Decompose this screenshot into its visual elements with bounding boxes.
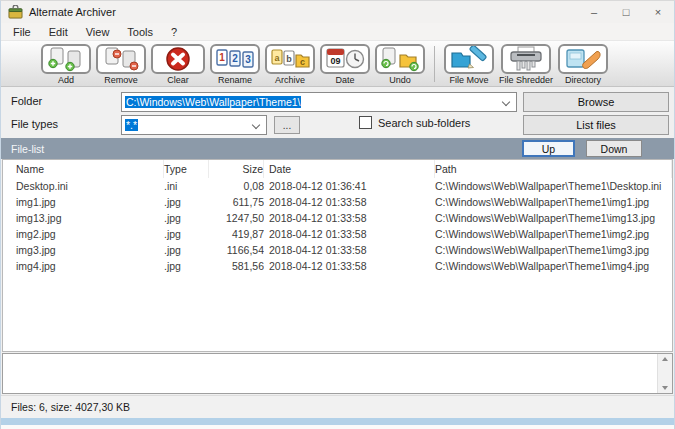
file-list-title: File-list (11, 143, 44, 155)
window-bottom-edge (1, 425, 674, 429)
browse-button[interactable]: Browse (523, 92, 669, 112)
chevron-down-icon[interactable] (253, 122, 260, 129)
cell-date: 2018-04-12 01:33:58 (264, 212, 435, 224)
scroll-up-icon[interactable] (662, 357, 668, 361)
status-text: Files: 6, size: 4027,30 KB (11, 401, 130, 413)
up-button[interactable]: Up (522, 140, 575, 157)
add-files-icon (41, 44, 91, 74)
file-list-bar: File-list Up Down (1, 138, 674, 159)
search-subfolders-checkbox[interactable]: Search sub-folders (359, 116, 470, 129)
remove-button[interactable]: Remove (96, 44, 146, 85)
cell-type: .jpg (164, 244, 209, 256)
title-bar: Alternate Archiver – □ × (1, 1, 674, 23)
cell-path: C:\Windows\Web\Wallpaper\Theme1\img13.jp… (435, 212, 672, 224)
filetypes-value: *.* (125, 119, 138, 131)
table-row[interactable]: Desktop.ini.ini0,082018-04-12 01:36:41C:… (3, 178, 672, 194)
close-icon[interactable]: × (642, 1, 674, 23)
table-row[interactable]: img4.jpg.jpg581,562018-04-12 01:33:58C:\… (3, 258, 672, 274)
cell-date: 2018-04-12 01:33:58 (264, 196, 435, 208)
list-files-button-label: List files (576, 119, 616, 131)
directory-icon (558, 44, 608, 74)
alternate-archiver-window: Alternate Archiver – □ × FileEditViewToo… (0, 0, 675, 429)
table-row[interactable]: img1.jpg.jpg611,752018-04-12 01:33:58C:\… (3, 194, 672, 210)
cell-date: 2018-04-12 01:33:58 (264, 260, 435, 272)
cell-name: img2.jpg (16, 228, 164, 240)
archive-icon: a b c (265, 44, 315, 74)
undo-icon (375, 44, 425, 74)
undo-button-label: Undo (389, 75, 411, 85)
directory-button[interactable]: Directory (558, 44, 608, 85)
file-table[interactable]: Name Type Size Date Path Desktop.ini.ini… (2, 159, 673, 352)
menu-item-help[interactable]: ? (162, 25, 186, 39)
clear-icon (151, 44, 205, 74)
menu-item-view[interactable]: View (77, 25, 119, 39)
cell-size: 1166,54 (209, 244, 264, 256)
cell-name: img1.jpg (16, 196, 164, 208)
archive-button[interactable]: a b c Archive (265, 44, 315, 85)
toolbar: Add Remove Cle (1, 40, 674, 87)
cell-date: 2018-04-12 01:36:41 (264, 180, 435, 192)
filetypes-input[interactable]: *.* (121, 115, 267, 135)
column-header-name[interactable]: Name (16, 160, 164, 178)
cell-size: 419,87 (209, 228, 264, 240)
cell-size: 0,08 (209, 180, 264, 192)
undo-button[interactable]: Undo (375, 44, 425, 85)
cell-type: .jpg (164, 260, 209, 272)
cell-name: Desktop.ini (16, 180, 164, 192)
cell-path: C:\Windows\Web\Wallpaper\Theme1\Desktop.… (435, 180, 672, 192)
date-button-label: Date (335, 75, 354, 85)
list-files-button[interactable]: List files (523, 115, 669, 135)
cell-name: img13.jpg (16, 212, 164, 224)
status-bar: Files: 6, size: 4027,30 KB (1, 395, 674, 418)
chevron-down-icon[interactable] (503, 99, 510, 106)
date-button[interactable]: 09 Date (320, 44, 370, 85)
folder-value: C:\Windows\Web\Wallpaper\Theme1\ (125, 96, 301, 108)
filetypes-label: File types (11, 118, 58, 130)
folder-input[interactable]: C:\Windows\Web\Wallpaper\Theme1\ (121, 92, 517, 112)
cell-path: C:\Windows\Web\Wallpaper\Theme1\img2.jpg (435, 228, 672, 240)
cell-type: .ini (164, 180, 209, 192)
column-header-path[interactable]: Path (435, 160, 672, 178)
file-shredder-button[interactable]: File Shredder (499, 44, 553, 85)
checkbox-icon[interactable] (359, 116, 372, 129)
minimize-icon[interactable]: – (578, 1, 610, 23)
file-table-header: Name Type Size Date Path (3, 160, 672, 178)
scroll-down-icon[interactable] (662, 386, 668, 390)
table-row[interactable]: img3.jpg.jpg1166,542018-04-12 01:33:58C:… (3, 242, 672, 258)
column-header-type[interactable]: Type (164, 160, 209, 178)
cell-type: .jpg (164, 212, 209, 224)
menu-item-file[interactable]: File (4, 25, 40, 39)
remove-files-icon (96, 44, 146, 74)
down-button[interactable]: Down (586, 140, 642, 157)
menu-item-edit[interactable]: Edit (40, 25, 77, 39)
file-shredder-icon (501, 44, 551, 74)
maximize-icon[interactable]: □ (610, 1, 642, 23)
vertical-scrollbar[interactable] (657, 354, 672, 393)
rename-button[interactable]: 1 2 3 Rename (210, 44, 260, 85)
file-move-button[interactable]: File Move (444, 44, 494, 85)
toolbar-divider (434, 46, 435, 82)
window-title: Alternate Archiver (29, 6, 116, 18)
file-move-button-label: File Move (449, 75, 488, 85)
file-shredder-button-label: File Shredder (499, 75, 553, 85)
svg-text:c: c (300, 57, 305, 67)
cell-path: C:\Windows\Web\Wallpaper\Theme1\img3.jpg (435, 244, 672, 256)
clear-button[interactable]: Clear (151, 44, 205, 85)
column-header-date[interactable]: Date (264, 160, 435, 178)
archive-button-label: Archive (275, 75, 305, 85)
file-table-body: Desktop.ini.ini0,082018-04-12 01:36:41C:… (3, 178, 672, 274)
cell-date: 2018-04-12 01:33:58 (264, 228, 435, 240)
filetypes-more-button[interactable]: ... (274, 116, 300, 134)
cell-size: 581,56 (209, 260, 264, 272)
cell-path: C:\Windows\Web\Wallpaper\Theme1\img1.jpg (435, 196, 672, 208)
table-row[interactable]: img13.jpg.jpg1247,502018-04-12 01:33:58C… (3, 210, 672, 226)
menu-item-tools[interactable]: Tools (118, 25, 162, 39)
date-clock-icon: 09 (320, 44, 370, 74)
file-move-icon (444, 44, 494, 74)
column-header-size[interactable]: Size (209, 160, 264, 178)
log-textarea[interactable] (2, 353, 673, 394)
table-row[interactable]: img2.jpg.jpg419,872018-04-12 01:33:58C:\… (3, 226, 672, 242)
up-button-label: Up (542, 143, 555, 155)
svg-text:09: 09 (330, 56, 340, 66)
add-button[interactable]: Add (41, 44, 91, 85)
